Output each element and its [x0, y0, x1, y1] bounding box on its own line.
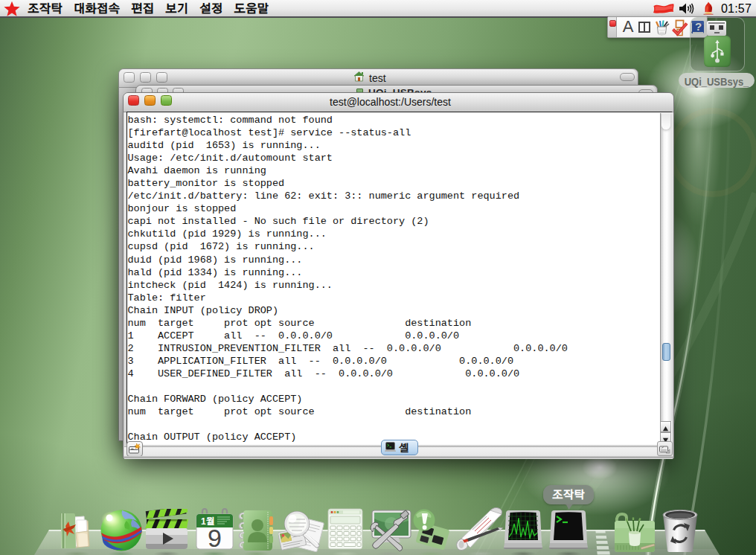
svg-text:9: 9 — [208, 524, 222, 552]
